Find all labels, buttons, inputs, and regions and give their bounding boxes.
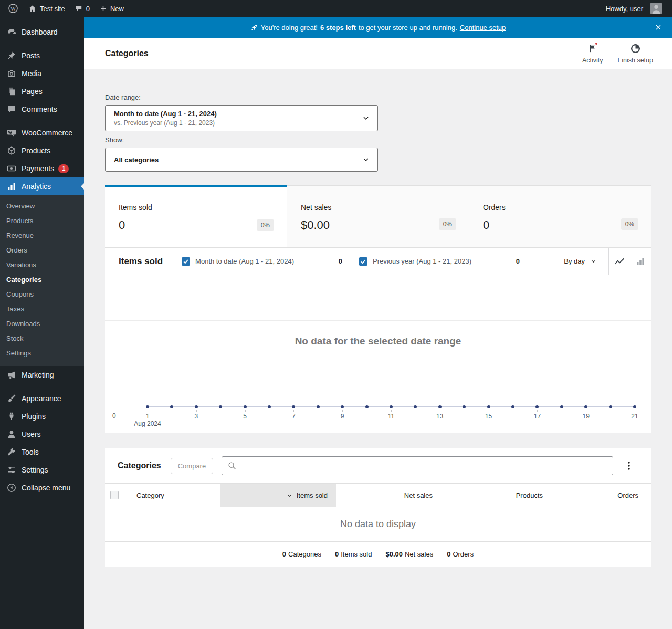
- table-search-input[interactable]: [222, 457, 613, 475]
- select-all-cell: [105, 484, 131, 507]
- wordpress-menu-button[interactable]: W: [3, 0, 23, 17]
- interval-select[interactable]: By day: [552, 248, 608, 275]
- tab-delta-badge: 0%: [257, 219, 274, 231]
- chart-data-point[interactable]: [511, 405, 514, 408]
- chart-data-point[interactable]: [268, 405, 271, 408]
- sidebar-item-dashboard[interactable]: Dashboard: [0, 23, 84, 41]
- sidebar-item-label: Analytics: [22, 182, 51, 191]
- summary-tab-net-sales[interactable]: Net sales $0.00 0%: [287, 185, 469, 247]
- collapse-arrow-icon: [6, 483, 17, 493]
- sidebar-subitem-products[interactable]: Products: [0, 214, 84, 228]
- summary-tab-orders[interactable]: Orders 0 0%: [469, 185, 651, 247]
- column-header-orders[interactable]: Orders: [551, 484, 651, 507]
- checkbox-checked-icon[interactable]: [359, 257, 368, 266]
- rocket-icon: [250, 24, 258, 32]
- chart-data-point[interactable]: [414, 405, 417, 408]
- chart-data-point[interactable]: [219, 405, 222, 408]
- sidebar-item-media[interactable]: Media: [0, 65, 84, 82]
- sidebar-subitem-categories[interactable]: Categories: [0, 272, 84, 287]
- sidebar-subitem-stock[interactable]: Stock: [0, 331, 84, 346]
- main-area: You're doing great! 6 steps left to get …: [84, 17, 672, 629]
- sidebar-item-woocommerce[interactable]: WooCommerce: [0, 124, 84, 142]
- chart-axis-tick: [342, 410, 343, 412]
- date-range-select[interactable]: Month to date (Aug 1 - 21, 2024) vs. Pre…: [105, 105, 378, 131]
- sidebar-subitem-orders[interactable]: Orders: [0, 243, 84, 258]
- column-header-net-sales[interactable]: Net sales: [336, 484, 441, 507]
- summary-orders: 0Orders: [447, 550, 474, 558]
- chart-data-point[interactable]: [463, 405, 466, 408]
- sidebar-item-users[interactable]: Users: [0, 425, 84, 443]
- sidebar-item-analytics[interactable]: Analytics: [0, 177, 84, 195]
- chart-legend-month-to-date[interactable]: Month to date (Aug 1 - 21, 2024) 0: [182, 257, 342, 266]
- sidebar-separator: [0, 118, 84, 124]
- chart-data-point[interactable]: [292, 405, 295, 408]
- chart-data-point[interactable]: [438, 405, 442, 408]
- sidebar-item-pages[interactable]: Pages: [0, 82, 84, 100]
- sidebar-item-payments[interactable]: Payments 1: [0, 160, 84, 177]
- summary-items-sold: 0Items sold: [335, 550, 372, 558]
- sidebar-item-collapse-menu[interactable]: Collapse menu: [0, 479, 84, 497]
- comments-shortcut[interactable]: 0: [70, 0, 94, 17]
- sidebar-item-posts[interactable]: Posts: [0, 47, 84, 65]
- chart-data-point[interactable]: [584, 405, 587, 408]
- chart-data-point[interactable]: [341, 405, 344, 408]
- legend-label: Previous year (Aug 1 - 21, 2023): [373, 257, 516, 265]
- sidebar-item-marketing[interactable]: Marketing: [0, 366, 84, 384]
- chart-data-point[interactable]: [536, 405, 539, 408]
- sidebar-item-plugins[interactable]: Plugins: [0, 407, 84, 425]
- sidebar-subitem-settings[interactable]: Settings: [0, 346, 84, 361]
- chart-data-point[interactable]: [244, 405, 247, 408]
- chart-legend-previous-year[interactable]: Previous year (Aug 1 - 21, 2023) 0: [359, 257, 520, 266]
- sidebar-subitem-variations[interactable]: Variations: [0, 258, 84, 272]
- sidebar-item-settings[interactable]: Settings: [0, 461, 84, 479]
- chart-axis-tick: [196, 410, 197, 412]
- account-menu[interactable]: Howdy, user: [601, 0, 667, 17]
- compare-button[interactable]: Compare: [171, 458, 213, 474]
- chart-data-point[interactable]: [317, 405, 320, 408]
- chart-data-point[interactable]: [365, 405, 369, 408]
- activity-button[interactable]: Activity: [575, 43, 611, 64]
- sidebar-item-tools[interactable]: Tools: [0, 443, 84, 461]
- chart-controls: By day: [552, 248, 651, 275]
- column-header-items-sold[interactable]: Items sold: [220, 484, 336, 507]
- chart-data-point[interactable]: [146, 405, 149, 408]
- bar-chart-button[interactable]: [630, 248, 651, 275]
- chart-data-point[interactable]: [609, 405, 612, 408]
- chart-axis-label: 11: [388, 413, 394, 420]
- table-menu-button[interactable]: [620, 456, 638, 475]
- sidebar-subitem-coupons[interactable]: Coupons: [0, 287, 84, 302]
- chart-data-point[interactable]: [390, 405, 393, 408]
- activity-label: Activity: [582, 57, 603, 64]
- sidebar-subitem-taxes[interactable]: Taxes: [0, 302, 84, 317]
- sidebar-subitem-downloads[interactable]: Downloads: [0, 317, 84, 331]
- site-name-label: Test site: [40, 5, 65, 13]
- banner-close-button[interactable]: [652, 21, 665, 34]
- sidebar-item-label: Tools: [22, 448, 39, 456]
- finish-setup-button[interactable]: Finish setup: [611, 43, 660, 64]
- dashboard-icon: [6, 27, 17, 37]
- chart-data-point[interactable]: [560, 405, 563, 408]
- summary-tab-items-sold[interactable]: Items sold 0 0%: [105, 185, 287, 247]
- chart-data-point[interactable]: [170, 405, 173, 408]
- sidebar-item-comments[interactable]: Comments: [0, 100, 84, 118]
- sidebar-subitem-revenue[interactable]: Revenue: [0, 228, 84, 243]
- chart-data-point[interactable]: [633, 405, 636, 408]
- line-chart-button[interactable]: [609, 248, 630, 275]
- site-name-link[interactable]: Test site: [23, 0, 70, 17]
- chart-data-point[interactable]: [195, 405, 198, 408]
- sidebar-item-appearance[interactable]: Appearance: [0, 390, 84, 407]
- new-button[interactable]: New: [94, 0, 129, 17]
- chart-data-point[interactable]: [487, 405, 490, 408]
- checkbox-checked-icon[interactable]: [182, 257, 190, 266]
- continue-setup-link[interactable]: Continue setup: [460, 24, 506, 32]
- category-filter-select[interactable]: All categories: [105, 148, 378, 172]
- tab-label: Items sold: [119, 203, 274, 212]
- column-header-category[interactable]: Category: [131, 484, 220, 507]
- chart-axis-label: 1: [146, 413, 150, 420]
- select-all-checkbox[interactable]: [110, 491, 119, 499]
- column-label: Orders: [617, 491, 638, 499]
- admin-bar: W Test site 0 New Howdy, user: [0, 0, 672, 17]
- sidebar-subitem-overview[interactable]: Overview: [0, 199, 84, 214]
- sidebar-item-products[interactable]: Products: [0, 142, 84, 160]
- column-header-products[interactable]: Products: [441, 484, 551, 507]
